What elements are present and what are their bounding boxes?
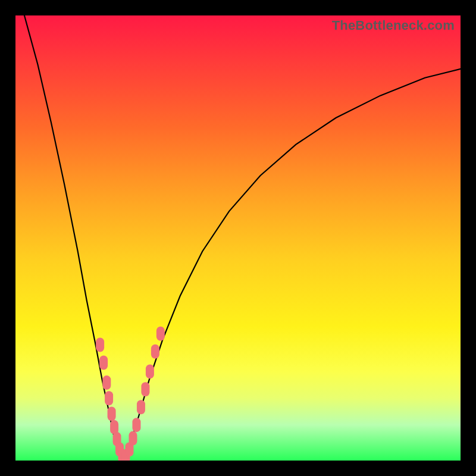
marker-point: [137, 400, 145, 414]
marker-point: [146, 364, 154, 378]
curve-right-branch: [123, 69, 461, 461]
marker-point: [132, 418, 140, 432]
marker-point: [129, 431, 137, 446]
curve-group: [24, 15, 461, 461]
marker-point: [96, 338, 104, 352]
marker-point: [151, 345, 159, 359]
marker-point: [102, 375, 111, 390]
chart-svg: [15, 15, 461, 461]
marker-point: [108, 406, 116, 421]
plot-area: TheBottleneck.com: [15, 15, 461, 461]
marker-point: [141, 382, 149, 396]
marker-point: [156, 327, 165, 341]
marker-point: [105, 391, 113, 405]
marker-group: [96, 327, 165, 461]
marker-point: [99, 355, 108, 369]
chart-frame: TheBottleneck.com: [0, 0, 476, 476]
